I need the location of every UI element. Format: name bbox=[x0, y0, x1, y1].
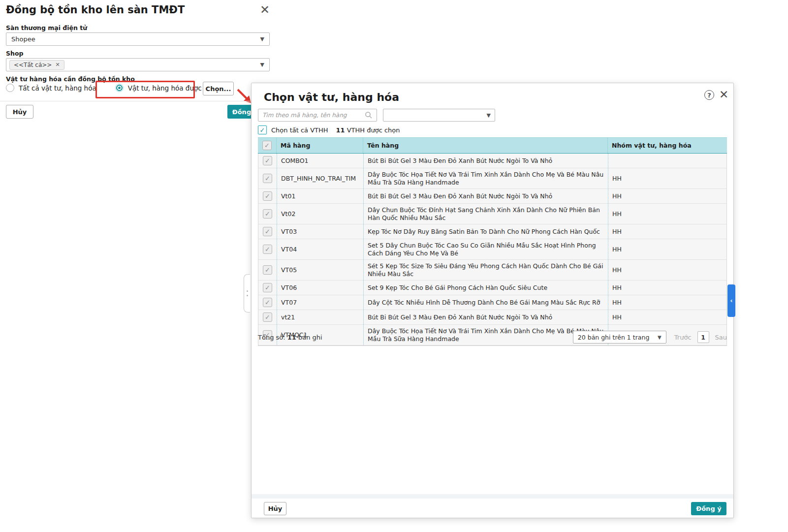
item-group: HH bbox=[608, 260, 726, 280]
item-code: Vt01 bbox=[277, 189, 363, 203]
item-name: Bút Bi Bút Gel 3 Màu Đen Đỏ Xanh Bút Nướ… bbox=[363, 154, 608, 168]
item-group: HH bbox=[608, 295, 726, 310]
help-icon[interactable]: ? bbox=[704, 90, 714, 100]
chevron-down-icon: ▼ bbox=[260, 36, 264, 42]
item-group: HH bbox=[608, 204, 726, 224]
collapse-panel-tab[interactable]: ‹ bbox=[727, 284, 735, 317]
item-group: HH bbox=[608, 224, 726, 239]
item-group: HH bbox=[608, 239, 726, 259]
table-row[interactable]: ✓ VT06 Set 9 Kẹp Tóc Cho Bé Gái Phong Cá… bbox=[258, 281, 726, 295]
platform-select-value: Shopee bbox=[11, 35, 35, 43]
header-checkbox[interactable]: ✓ bbox=[262, 141, 272, 150]
chevron-down-icon: ▼ bbox=[260, 62, 264, 68]
row-checkbox[interactable]: ✓ bbox=[263, 227, 272, 236]
table-row[interactable]: ✓ VT05 Sét 5 Kẹp Tóc Size To Siêu Đáng Y… bbox=[258, 260, 726, 281]
row-checkbox[interactable]: ✓ bbox=[263, 313, 272, 322]
picker-dialog-title: Chọn vật tư, hàng hóa bbox=[264, 91, 399, 103]
picker-ok-button[interactable]: Đồng ý bbox=[691, 502, 726, 515]
search-icon bbox=[365, 111, 373, 119]
table-row[interactable]: ✓ VT03 Kẹp Tóc Nơ Dây Ruy Băng Satin Bản… bbox=[258, 224, 726, 239]
chevron-down-icon: ▼ bbox=[487, 112, 491, 119]
select-all-checkbox[interactable]: ✓ bbox=[258, 125, 267, 134]
sync-dialog-title: Đồng bộ tồn kho lên sàn TMĐT bbox=[6, 4, 185, 16]
row-checkbox[interactable]: ✓ bbox=[263, 265, 272, 275]
selected-count: 11 bbox=[336, 126, 345, 134]
picker-dialog: Chọn vật tư, hàng hóa ? ✕ ▼ ✓ Chọn tất c… bbox=[251, 83, 734, 518]
chevron-down-icon: ▼ bbox=[658, 335, 662, 340]
table-row[interactable]: ✓ COMBO1 Bút Bi Bút Gel 3 Màu Đen Đỏ Xan… bbox=[258, 154, 726, 168]
items-table: ✓ Mã hàng Tên hàng Nhóm vật tư, hàng hóa… bbox=[258, 137, 727, 346]
select-all-row: ✓ Chọn tất cả VTHH 11 VTHH được chọn bbox=[258, 125, 400, 134]
row-checkbox[interactable]: ✓ bbox=[263, 298, 272, 307]
row-checkbox[interactable]: ✓ bbox=[263, 209, 272, 219]
item-group: HH bbox=[608, 168, 726, 188]
total-count: 11 bbox=[287, 334, 296, 341]
total-records: Tổng số: 11 bản ghi bbox=[258, 334, 322, 341]
item-code: VT03 bbox=[277, 224, 363, 239]
items-section-label: Vật tư hàng hóa cần đồng bộ tồn kho bbox=[6, 75, 135, 83]
item-code: VT04 bbox=[277, 239, 363, 259]
row-checkbox[interactable]: ✓ bbox=[263, 156, 272, 165]
group-filter-select[interactable]: ▼ bbox=[383, 109, 495, 122]
item-name: Set 9 Kẹp Tóc Cho Bé Gái Phong Cách Hàn … bbox=[363, 281, 608, 295]
chevron-left-icon: ‹ bbox=[730, 297, 733, 304]
picker-cancel-button[interactable]: Hủy bbox=[264, 502, 286, 515]
platform-label: Sàn thương mại điện tử bbox=[6, 24, 87, 31]
item-code: DBT_HINH_NO_TRAI_TIM bbox=[277, 168, 363, 188]
radio-all-items[interactable] bbox=[6, 84, 14, 92]
table-row[interactable]: ✓ VT07 Dây Cột Tóc Nhiều Hình Dễ Thương … bbox=[258, 295, 726, 310]
table-body: ✓ COMBO1 Bút Bi Bút Gel 3 Màu Đen Đỏ Xan… bbox=[258, 154, 727, 346]
item-group: HH bbox=[608, 310, 726, 324]
row-checkbox[interactable]: ✓ bbox=[263, 191, 272, 201]
item-group: HH bbox=[608, 281, 726, 295]
resize-handle[interactable] bbox=[244, 274, 250, 313]
platform-select[interactable]: Shopee ▼ bbox=[6, 32, 270, 46]
shop-select[interactable]: <<Tất cả>> ✕ ▼ bbox=[6, 58, 270, 71]
item-name: Bút Bi Bút Gel 3 Màu Đen Đỏ Xanh Bút Nướ… bbox=[363, 310, 608, 324]
item-name: Kẹp Tóc Nơ Dây Ruy Băng Satin Bản To Dàn… bbox=[363, 224, 608, 239]
item-code: COMBO1 bbox=[277, 154, 363, 168]
table-row[interactable]: ✓ VT04 Set 5 Dây Chun Buộc Tóc Cao Su Co… bbox=[258, 239, 726, 260]
item-name: Dây Chun Buộc Tóc Đính Hạt Sang Chảnh Xi… bbox=[363, 204, 608, 224]
item-name: Set 5 Dây Chun Buộc Tóc Cao Su Co Giãn N… bbox=[363, 239, 608, 259]
row-checkbox[interactable]: ✓ bbox=[263, 174, 272, 183]
item-group: HH bbox=[608, 189, 726, 203]
sync-dialog-close-icon[interactable]: ✕ bbox=[260, 3, 270, 17]
shop-tag-chip[interactable]: <<Tất cả>> ✕ bbox=[9, 60, 64, 70]
radio-selected-items[interactable] bbox=[115, 84, 124, 92]
table-header-row: ✓ Mã hàng Tên hàng Nhóm vật tư, hàng hóa bbox=[258, 137, 727, 154]
picker-dialog-close-icon[interactable]: ✕ bbox=[719, 88, 728, 101]
next-page-button[interactable]: Sau bbox=[715, 334, 727, 341]
selected-count-suffix: VTHH được chọn bbox=[347, 126, 400, 134]
header-code[interactable]: Mã hàng bbox=[276, 138, 363, 153]
item-search-box[interactable] bbox=[258, 109, 377, 122]
item-code: VT06 bbox=[277, 281, 363, 295]
header-group[interactable]: Nhóm vật tư, hàng hóa bbox=[607, 138, 727, 153]
sync-cancel-button[interactable]: Hủy bbox=[6, 105, 33, 119]
table-row[interactable]: ✓ Vt01 Bút Bi Bút Gel 3 Màu Đen Đỏ Xanh … bbox=[258, 189, 726, 204]
shop-tag-label: <<Tất cả>> bbox=[14, 62, 52, 68]
current-page-box[interactable]: 1 bbox=[697, 331, 709, 343]
row-checkbox[interactable]: ✓ bbox=[263, 245, 272, 254]
table-row[interactable]: ✓ Vt02 Dây Chun Buộc Tóc Đính Hạt Sang C… bbox=[258, 204, 726, 224]
item-code: Vt02 bbox=[277, 204, 363, 224]
page-size-value: 20 bản ghi trên 1 trang bbox=[578, 334, 650, 341]
item-name: Bút Bi Bút Gel 3 Màu Đen Đỏ Xanh Bút Nướ… bbox=[363, 189, 608, 203]
tag-remove-icon[interactable]: ✕ bbox=[55, 62, 60, 68]
table-row[interactable]: ✓ DBT_HINH_NO_TRAI_TIM Dây Buộc Tóc Họa … bbox=[258, 168, 726, 189]
item-code: VT07 bbox=[277, 295, 363, 310]
footer-divider-strip bbox=[252, 494, 733, 499]
item-search-input[interactable] bbox=[262, 112, 365, 119]
item-group bbox=[608, 154, 726, 168]
pagination-bar: Tổng số: 11 bản ghi 20 bản ghi trên 1 tr… bbox=[258, 331, 727, 344]
header-name[interactable]: Tên hàng bbox=[363, 138, 607, 153]
item-name: Sét 5 Kẹp Tóc Size To Siêu Đáng Yêu Phon… bbox=[363, 260, 608, 280]
prev-page-button[interactable]: Trước bbox=[674, 334, 692, 341]
screen: Đồng bộ tồn kho lên sàn TMĐT ✕ Sàn thươn… bbox=[0, 0, 788, 532]
choose-items-button[interactable]: Chọn... bbox=[203, 82, 234, 95]
page-size-select[interactable]: 20 bản ghi trên 1 trang ▼ bbox=[573, 331, 666, 344]
table-row[interactable]: ✓ vt21 Bút Bi Bút Gel 3 Màu Đen Đỏ Xanh … bbox=[258, 310, 726, 325]
row-checkbox[interactable]: ✓ bbox=[263, 283, 272, 292]
item-name: Dây Buộc Tóc Họa Tiết Nơ Và Trái Tim Xin… bbox=[363, 168, 608, 188]
item-name: Dây Cột Tóc Nhiều Hình Dễ Thương Dành Ch… bbox=[363, 295, 608, 310]
